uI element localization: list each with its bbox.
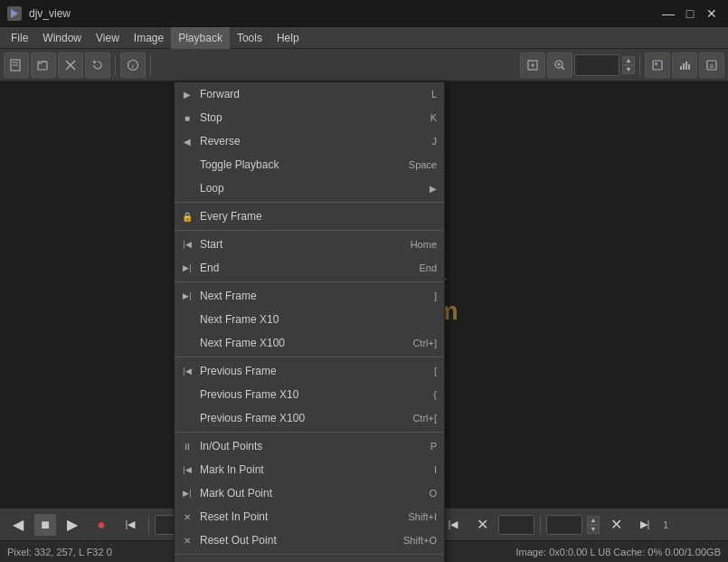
menu-item-every-frame[interactable]: 🔒 Every Frame xyxy=(175,205,444,228)
tool-new[interactable] xyxy=(4,52,29,78)
minimize-button[interactable]: — xyxy=(659,5,677,23)
menu-tools[interactable]: Tools xyxy=(230,27,269,49)
divider-3 xyxy=(639,54,640,76)
menu-item-prev-frame-x10[interactable]: Previous Frame X10 { xyxy=(175,383,444,406)
prev-button[interactable]: ◀ xyxy=(5,512,31,538)
svg-rect-21 xyxy=(685,62,687,70)
mark-out-icon: ▶| xyxy=(180,486,194,500)
tool-info[interactable]: i xyxy=(120,52,146,78)
menu-bar: File Window View Image Playback Tools He… xyxy=(0,27,728,49)
tool-histogram[interactable] xyxy=(672,52,697,78)
lock-icon: 🔒 xyxy=(180,209,194,224)
status-left: Pixel: 332, 257, L F32 0 xyxy=(7,547,112,557)
forward-icon: ▶ xyxy=(180,87,194,101)
end-icon: ▶| xyxy=(180,261,194,275)
svg-text:≡: ≡ xyxy=(710,62,714,71)
menu-playback[interactable]: Playback xyxy=(171,27,230,49)
tool-reload[interactable] xyxy=(85,52,110,78)
menu-item-forward[interactable]: ▶ Forward L xyxy=(175,82,444,106)
ctrl-divider-1 xyxy=(148,516,149,534)
zoom-input[interactable]: 1.00 xyxy=(574,54,619,76)
menu-divider-5 xyxy=(175,432,444,433)
reset-out-icon: ✕ xyxy=(180,533,194,548)
play-button[interactable]: ▶ xyxy=(60,512,85,538)
menu-item-reset-out[interactable]: ✕ Reset Out Point Shift+O xyxy=(175,529,444,552)
menu-divider-6 xyxy=(175,554,444,555)
menu-divider-3 xyxy=(175,281,444,282)
title-bar: djv_view — □ ✕ xyxy=(0,0,728,27)
stop-button[interactable]: ■ xyxy=(34,514,56,536)
close-button[interactable]: ✕ xyxy=(703,5,721,23)
start-icon: |◀ xyxy=(180,237,194,252)
menu-window[interactable]: Window xyxy=(35,27,89,49)
mark-in-icon: |◀ xyxy=(180,462,194,477)
menu-help[interactable]: Help xyxy=(269,27,307,49)
playback-dropdown: ▶ Forward L ■ Stop K ◀ Reverse J Toggle … xyxy=(174,81,445,562)
maximize-button[interactable]: □ xyxy=(681,5,699,23)
next-frame-icon: ▶| xyxy=(180,289,194,303)
inout-icon: ⏸ xyxy=(180,439,194,453)
menu-item-mark-out[interactable]: ▶| Mark Out Point O xyxy=(175,481,444,505)
menu-item-prev-frame[interactable]: |◀ Previous Frame [ xyxy=(175,359,444,383)
menu-item-mark-in[interactable]: |◀ Mark In Point I xyxy=(175,458,444,481)
divider-1 xyxy=(115,54,116,76)
start-frame-button[interactable]: |◀ xyxy=(118,512,143,538)
menu-item-prev-frame-x100[interactable]: Previous Frame X100 Ctrl+[ xyxy=(175,406,444,430)
record-button[interactable]: ● xyxy=(89,512,114,538)
last-frame-label: 1 xyxy=(661,519,668,530)
svg-rect-22 xyxy=(688,64,690,70)
svg-text:i: i xyxy=(132,62,134,71)
cancel-button2[interactable]: ✕ xyxy=(469,512,495,538)
frame-c-input[interactable]: 0 xyxy=(546,515,582,535)
tool-zoom-fit[interactable] xyxy=(520,52,545,78)
svg-rect-4 xyxy=(38,62,47,70)
tool-color[interactable] xyxy=(645,52,670,78)
window-title: djv_view xyxy=(29,7,652,20)
menu-item-next-frame-x100[interactable]: Next Frame X100 Ctrl+] xyxy=(175,331,444,355)
menu-item-loop[interactable]: Loop ▶ xyxy=(175,176,444,200)
prev-frame-icon: |◀ xyxy=(180,364,194,378)
loop-arrow: ▶ xyxy=(430,184,437,194)
window-controls: — □ ✕ xyxy=(659,5,721,23)
toolbar: i 1.00 ▲ ▼ ≡ xyxy=(0,49,728,81)
menu-item-toggle-playback[interactable]: Toggle Playback Space xyxy=(175,153,444,176)
svg-rect-19 xyxy=(680,66,682,70)
menu-image[interactable]: Image xyxy=(127,27,171,49)
menu-file[interactable]: File xyxy=(4,27,35,49)
svg-marker-0 xyxy=(11,9,18,18)
menu-item-reverse[interactable]: ◀ Reverse J xyxy=(175,129,444,153)
menu-item-end[interactable]: ▶| End End xyxy=(175,256,444,280)
menu-divider-4 xyxy=(175,357,444,357)
menu-divider-2 xyxy=(175,230,444,231)
menu-item-start[interactable]: |◀ Start Home xyxy=(175,233,444,256)
zoom-down-button[interactable]: ▼ xyxy=(622,65,635,74)
frame-c-down[interactable]: ▼ xyxy=(587,525,600,534)
goto-end-button[interactable]: ▶| xyxy=(632,512,657,538)
menu-divider-1 xyxy=(175,202,444,203)
cancel-button3[interactable]: ✕ xyxy=(603,512,629,538)
tool-zoom-100[interactable] xyxy=(547,52,572,78)
reverse-icon: ◀ xyxy=(180,134,194,148)
menu-item-reset-in[interactable]: ✕ Reset In Point Shift+I xyxy=(175,505,444,529)
ctrl-divider-4 xyxy=(540,516,541,534)
divider-2 xyxy=(150,54,151,76)
menu-item-stop[interactable]: ■ Stop K xyxy=(175,106,444,129)
menu-item-next-frame-x10[interactable]: Next Frame X10 xyxy=(175,308,444,331)
svg-rect-20 xyxy=(683,63,685,70)
svg-marker-7 xyxy=(93,61,97,64)
app-icon xyxy=(7,6,22,21)
tool-info2[interactable]: ≡ xyxy=(699,52,724,78)
frame-b-input[interactable]: 0 xyxy=(498,515,534,535)
stop-icon: ■ xyxy=(180,110,194,125)
tool-close[interactable] xyxy=(58,52,83,78)
menu-item-inout[interactable]: ⏸ In/Out Points P xyxy=(175,434,444,458)
menu-item-layout[interactable]: Layout ▶ xyxy=(175,557,444,562)
status-right: Image: 0x0:0.00 L U8 Cache: 0% 0.00/1.00… xyxy=(516,547,721,557)
frame-c-up[interactable]: ▲ xyxy=(587,516,600,525)
menu-view[interactable]: View xyxy=(89,27,127,49)
svg-line-14 xyxy=(562,67,564,70)
menu-item-next-frame[interactable]: ▶| Next Frame ] xyxy=(175,284,444,308)
zoom-up-button[interactable]: ▲ xyxy=(622,56,635,65)
svg-rect-18 xyxy=(655,62,657,65)
tool-open[interactable] xyxy=(31,52,56,78)
